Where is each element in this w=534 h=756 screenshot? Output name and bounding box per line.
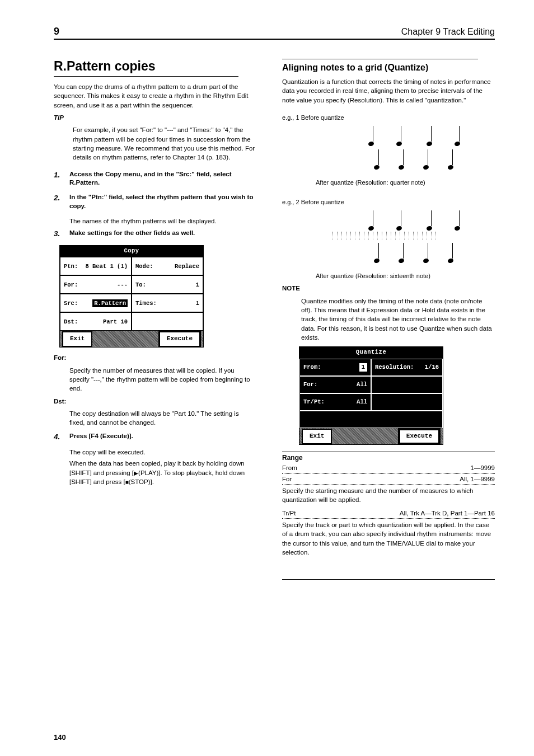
copy-execute-button[interactable]: Execute <box>158 331 201 348</box>
copy-dialog-title: Copy <box>60 246 203 257</box>
divider <box>282 59 478 59</box>
divider <box>282 579 495 580</box>
note-label: NOTE <box>282 285 300 292</box>
quantize-dialog: Quantize From:1 Resolution:1/16 For:All … <box>299 346 443 445</box>
play-icon <box>134 469 138 476</box>
notes-after-2 <box>282 243 495 263</box>
dst-sublabel: Dst: <box>54 398 66 405</box>
section-intro: Quantization is a function that corrects… <box>282 77 495 105</box>
q-empty-1 <box>371 376 443 393</box>
copy-empty-cell <box>132 312 203 331</box>
topic-heading: R.Pattern copies <box>54 59 255 74</box>
example1-label: e.g., 1 Before quantize <box>282 114 495 123</box>
copy-src-field[interactable]: Src:R.Pattern <box>60 294 132 312</box>
q-from-field[interactable]: From:1 <box>299 359 371 376</box>
chapter-title: Chapter 9 Track Editing <box>401 27 495 37</box>
step-3-text: Make settings for the other fields as we… <box>69 229 195 239</box>
step-4: 4. Press [F4 (Execute)]. <box>54 432 255 442</box>
quantize-dialog-title: Quantize <box>299 347 443 359</box>
copy-for-field[interactable]: For:--- <box>60 275 132 294</box>
copy-to-field[interactable]: To:1 <box>132 275 203 294</box>
section-title: Aligning notes to a grid (Quantize) <box>282 63 495 73</box>
notes-before-2 <box>282 210 495 231</box>
chapter-number: 9 <box>54 26 59 37</box>
tip-body: For example, if you set "For:" to "---" … <box>54 125 255 162</box>
param-from: From1—9999 <box>282 463 495 473</box>
param-desc-2: Specify the track or part to which quant… <box>282 520 495 557</box>
q-exit-button[interactable]: Exit <box>302 429 332 444</box>
q-empty-3 <box>299 411 443 428</box>
q-empty-2 <box>371 393 443 411</box>
copy-ptn-field[interactable]: Ptn:8 Beat 1 (1) <box>60 257 132 275</box>
example1-after-label: After quantize (Resolution: quarter note… <box>282 179 495 187</box>
tick-marks <box>282 232 495 240</box>
note-body: Quantize modifies only the timing of the… <box>282 297 495 342</box>
tip-label: TIP <box>54 114 64 121</box>
step-2-sub: The names of the rhythm patterns will be… <box>69 217 255 226</box>
q-for-field[interactable]: For:All <box>299 376 371 393</box>
notes-after-1 <box>282 149 495 170</box>
page-number: 140 <box>54 733 66 741</box>
step-1: 1. Access the Copy menu, and in the "Src… <box>54 170 255 188</box>
example2-label: e.g., 2 Before quantize <box>282 198 495 207</box>
notes-before-1 <box>282 126 495 146</box>
for-subtext: Specify the number of measures that will… <box>69 366 255 393</box>
step-2-text: In the "Ptn:" field, select the rhythm p… <box>69 193 255 211</box>
step-4-sub2: When the data has been copied, play it b… <box>69 459 255 486</box>
example2-after-label: After quantize (Resolution: sixteenth no… <box>282 272 495 281</box>
dst-subtext: The copy destination will always be "Par… <box>69 409 255 428</box>
step-4-sub1: The copy will be executed. <box>69 448 255 457</box>
copy-times-field[interactable]: Times:1 <box>132 294 203 312</box>
param-desc-1: Specify the starting measure and the num… <box>282 486 495 505</box>
copy-dialog: Copy Ptn:8 Beat 1 (1) Mode:Replace For:-… <box>59 245 204 348</box>
step-3: 3. Make settings for the other fields as… <box>54 229 255 239</box>
for-sublabel: For: <box>54 354 66 361</box>
param-trpt: Tr/PtAll, Trk A—Trk D, Part 1—Part 16 <box>282 508 495 519</box>
copy-dst-field[interactable]: Dst:Part 10 <box>60 312 132 331</box>
step-2: 2. In the "Ptn:" field, select the rhyth… <box>54 193 255 211</box>
chapter-header: 9 Chapter 9 Track Editing <box>54 26 495 40</box>
q-execute-button[interactable]: Execute <box>398 428 441 445</box>
step-1-text: Access the Copy menu, and in the "Src:" … <box>69 170 255 188</box>
q-resolution-field[interactable]: Resolution:1/16 <box>371 359 443 376</box>
copy-exit-button[interactable]: Exit <box>62 331 92 347</box>
copy-mode-field[interactable]: Mode:Replace <box>132 257 203 275</box>
q-trpt-field[interactable]: Tr/Pt:All <box>299 393 371 411</box>
step-4-text: Press [F4 (Execute)]. <box>69 432 133 442</box>
divider <box>282 452 495 452</box>
intro-paragraph: You can copy the drums of a rhythm patte… <box>54 82 255 110</box>
range-heading: Range <box>282 453 495 463</box>
param-for: ForAll, 1—9999 <box>282 474 495 485</box>
divider <box>54 76 238 77</box>
